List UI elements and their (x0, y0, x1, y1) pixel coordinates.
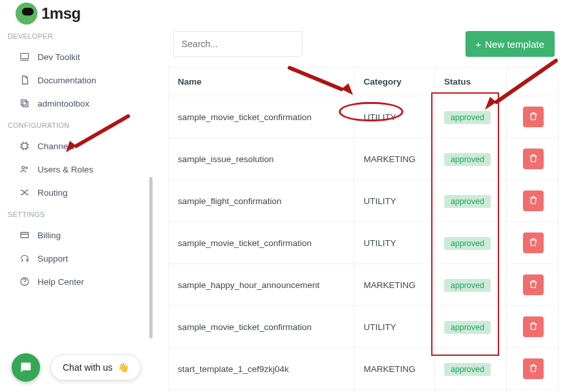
table-row: sample_movie_ticket_confirmationUTILITYa… (169, 306, 559, 348)
delete-button[interactable] (523, 149, 544, 169)
cell-category: MARKETING (354, 138, 435, 180)
search-input[interactable] (173, 31, 303, 57)
trash-icon (528, 237, 538, 249)
svg-point-7 (24, 284, 25, 284)
table-row: sample_movie_ticket_confirmationUTILITYa… (169, 222, 559, 264)
templates-table: Name Category Status sample_movie_ticket… (168, 67, 559, 392)
users-icon (19, 164, 30, 174)
document-icon (19, 75, 30, 85)
trash-icon (528, 195, 538, 207)
table-row: sample_flight_confirmationUTILITYapprove… (169, 180, 559, 222)
cell-name: sample_flight_confirmation (169, 180, 354, 222)
cell-category: MARKETING (354, 348, 435, 390)
plus-icon: + (476, 39, 482, 50)
wave-emoji: 👋 (118, 362, 129, 373)
cell-status: approved (435, 390, 507, 393)
cell-actions (506, 348, 558, 390)
status-badge: approved (444, 195, 491, 208)
sidebar-item-support[interactable]: Support (0, 247, 153, 270)
delete-button[interactable] (523, 232, 544, 253)
sidebar-item-label: Billing (37, 231, 61, 240)
cell-category: UTILITY (354, 96, 435, 138)
svg-rect-5 (21, 232, 28, 238)
delete-button[interactable] (523, 191, 544, 211)
cell-actions (506, 264, 558, 306)
cell-name: sample_issue_resolution (169, 390, 354, 393)
trash-icon (528, 279, 538, 291)
table-row: start_template_1_cef9zkj04kMARKETINGappr… (169, 348, 559, 390)
svg-rect-1 (23, 101, 28, 107)
sidebar-group-label: SETTINGS (0, 204, 153, 223)
cell-status: approved (435, 138, 507, 180)
status-badge: approved (444, 279, 491, 292)
cell-category: UTILITY (354, 222, 435, 264)
delete-button[interactable] (523, 274, 544, 295)
chat-pill-text: Chat with us (63, 362, 112, 373)
sidebar-group-label: CONFIGURATION (0, 115, 153, 134)
card-icon (19, 230, 30, 240)
sidebar: DEVELOPERDev ToolkitDocumentationadminto… (0, 26, 153, 392)
cell-category: UTILITY (354, 306, 435, 348)
cell-name: start_template_1_cef9zkj04k (169, 348, 354, 390)
svg-rect-0 (21, 54, 28, 59)
delete-button[interactable] (523, 358, 544, 379)
status-badge: approved (444, 153, 491, 166)
brand-text: 1msg (41, 5, 81, 23)
cell-status: approved (435, 306, 507, 348)
shuffle-icon (19, 187, 30, 198)
status-badge: approved (444, 363, 491, 376)
sidebar-item-users-roles[interactable]: Users & Roles (0, 158, 153, 181)
cell-name: sample_movie_ticket_confirmation (169, 306, 354, 348)
cell-actions (506, 96, 558, 138)
trash-icon (528, 111, 538, 123)
sidebar-item-label: Routing (37, 188, 68, 198)
cell-actions (506, 138, 558, 180)
chat-fab[interactable] (12, 353, 40, 382)
table-row: sample_movie_ticket_confirmationUTILITYa… (169, 96, 559, 138)
cell-category: UTILITY (354, 180, 435, 222)
svg-rect-2 (21, 100, 27, 105)
sidebar-item-routing[interactable]: Routing (0, 181, 153, 204)
status-badge: approved (444, 237, 491, 250)
sidebar-item-channels[interactable]: Channels (0, 134, 153, 158)
cell-status: approved (435, 348, 507, 390)
status-badge: approved (444, 111, 491, 124)
cell-category: MARKETING (354, 264, 435, 306)
sidebar-item-help-center[interactable]: Help Center (0, 270, 153, 293)
sidebar-item-label: Dev Toolkit (37, 52, 80, 62)
sidebar-item-label: Channels (37, 141, 74, 151)
col-actions (506, 68, 558, 96)
cell-name: sample_issue_resolution (169, 138, 354, 180)
cell-actions (506, 180, 558, 222)
new-template-button[interactable]: + New template (465, 31, 555, 57)
cell-name: sample_movie_ticket_confirmation (169, 96, 354, 138)
cell-name: sample_happy_hour_announcement (169, 264, 354, 306)
cell-status: approved (435, 264, 507, 306)
brand-logo: 1msg (16, 3, 81, 25)
sidebar-item-label: Help Center (37, 277, 84, 287)
trash-icon (528, 321, 538, 333)
sidebar-item-dev-toolkit[interactable]: Dev Toolkit (0, 45, 153, 68)
laptop-icon (19, 52, 30, 62)
delete-button[interactable] (523, 316, 544, 337)
chip-icon (19, 141, 30, 151)
cell-name: sample_movie_ticket_confirmation (169, 222, 354, 264)
main-area: + New template Name Category Status samp… (165, 26, 565, 392)
cell-actions (506, 306, 558, 348)
headset-icon (19, 253, 30, 263)
status-badge: approved (444, 321, 491, 334)
delete-button[interactable] (523, 107, 544, 127)
chat-pill[interactable]: Chat with us 👋 (50, 355, 141, 380)
help-icon (19, 276, 30, 287)
sidebar-item-documentation[interactable]: Documentation (0, 68, 153, 92)
cell-category: MARKETING (354, 390, 435, 393)
svg-point-4 (22, 166, 25, 169)
sidebar-scrollbar[interactable] (149, 177, 153, 338)
new-template-label: New template (485, 39, 544, 50)
col-name: Name (169, 68, 354, 96)
cell-actions (506, 222, 558, 264)
sidebar-item-admintoolbox[interactable]: admintoolbox (0, 92, 153, 115)
sidebar-item-billing[interactable]: Billing (0, 223, 153, 247)
col-category: Category (354, 68, 435, 96)
sidebar-item-label: Support (37, 254, 68, 263)
